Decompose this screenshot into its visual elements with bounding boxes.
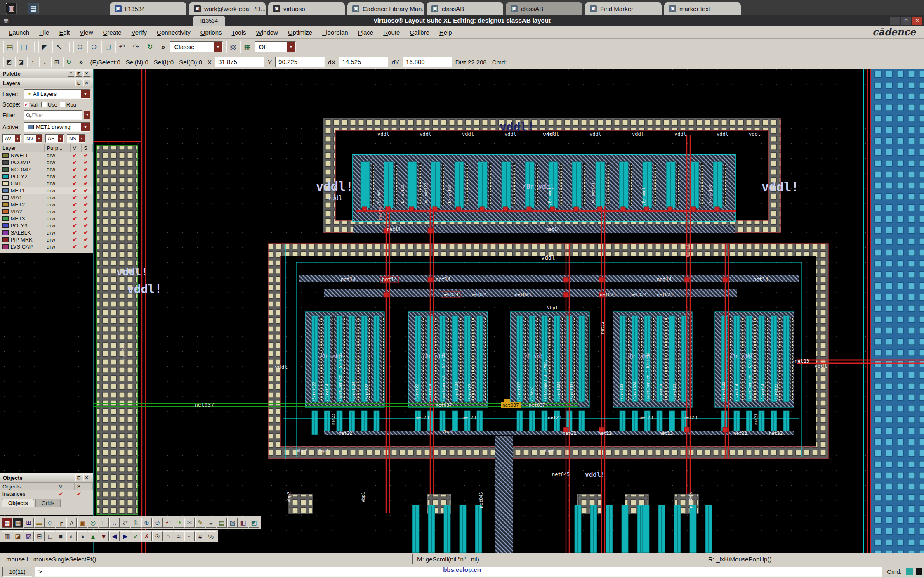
selection-style-dropdown[interactable]: Classic ▼ [170, 41, 223, 52]
layer-selectable-checkbox[interactable]: ✔ [82, 180, 93, 187]
menu-connectivity[interactable]: Connectivity [152, 27, 196, 38]
cut-tool-icon[interactable]: ✂ [184, 518, 195, 528]
row-style-icon[interactable]: ▥ [2, 531, 12, 541]
cursor-icon[interactable]: ◤ [38, 41, 51, 53]
object-visible-checkbox[interactable]: ✔ [57, 490, 75, 497]
via-tool-icon[interactable]: ▣ [77, 518, 87, 528]
layer-visible-checkbox[interactable]: ✔ [71, 180, 82, 187]
menu-tools[interactable]: Tools [227, 27, 251, 38]
menu-window[interactable]: Window [251, 27, 283, 38]
prev-view-icon[interactable]: ↶ [116, 41, 128, 53]
layer-selectable-checkbox[interactable]: ✔ [82, 187, 93, 194]
layer-visible-checkbox[interactable]: ✔ [71, 208, 82, 215]
checkbox-icon[interactable]: ✔ [24, 102, 29, 107]
layer-visible-checkbox[interactable]: ✔ [71, 159, 82, 166]
layer-row-ncomp[interactable]: NCOMPdrw✔✔ [0, 166, 93, 173]
hatch-style-icon[interactable]: ▧ [227, 518, 238, 528]
menu-calibre[interactable]: Calibre [405, 27, 434, 38]
layer-row-via2[interactable]: VIA2drw✔✔ [0, 208, 93, 215]
layer-row-met1[interactable]: MET1drw✔✔ [0, 187, 93, 194]
corner-style-icon[interactable]: ◪ [13, 531, 23, 541]
dy-coordinate-field[interactable]: 16.800 [403, 57, 452, 67]
checkbox-icon[interactable] [41, 102, 47, 107]
close-button[interactable]: ✕ [912, 17, 922, 25]
taskbar-tab-work-work-eda-d[interactable]: ▣work@work-eda:~/D... [189, 2, 266, 15]
chevron-down-icon[interactable]: ▼ [81, 123, 90, 131]
stretch-tool-icon[interactable]: ⇅ [131, 518, 141, 528]
up-arrow-icon[interactable]: ▲ [88, 531, 98, 541]
objects-close-button[interactable]: ✕ [83, 474, 90, 481]
dock-tab-grids[interactable]: Grids [35, 499, 61, 507]
layer-table-header-v[interactable]: V [71, 144, 82, 152]
palette-float-button[interactable]: ◱ [75, 70, 82, 77]
objects-row-instances[interactable]: Instances✔✔ [0, 490, 93, 497]
checkbox-icon[interactable] [60, 102, 65, 107]
layout-drawing[interactable]: vddlvddlvddlvddlvddlvddlvddlvddlvddlvddl… [0, 69, 924, 553]
layer-row-met2[interactable]: MET2drw✔✔ [0, 201, 93, 208]
objects-float-button[interactable]: ◱ [75, 474, 82, 481]
layer-table-header-purp[interactable]: Purp... [45, 144, 71, 152]
menu-verify[interactable]: Verify [127, 27, 152, 38]
window-titlebar[interactable]: ▦ ll13534 Virtuoso® Layout Suite XL Edit… [0, 15, 924, 26]
taskbar-tab-ll13534[interactable]: ▣ll13534 [110, 2, 186, 15]
layer-palette-icon[interactable]: ▦ [2, 518, 12, 528]
menu-help[interactable]: Help [434, 27, 457, 38]
visibility-combo-ns[interactable]: NS▼ [67, 134, 85, 143]
menu-create[interactable]: Create [98, 27, 127, 38]
chevron-down-icon[interactable]: ▼ [15, 135, 20, 142]
palette-close-button[interactable]: ✕ [83, 70, 90, 77]
down-arrow-icon[interactable]: ▼ [99, 531, 109, 541]
cross-icon[interactable]: ✗ [141, 531, 152, 541]
chevron-down-icon[interactable]: ▼ [58, 135, 63, 142]
hier-up-icon[interactable]: ↑ [27, 57, 38, 67]
layer-row-via1[interactable]: VIA1drw✔✔ [0, 194, 93, 201]
instance-tool-icon[interactable]: ⊞ [24, 518, 34, 528]
layer-row-met3[interactable]: MET3drw✔✔ [0, 215, 93, 222]
deselect-mode-icon[interactable]: ◪ [15, 57, 26, 67]
visibility-combo-nv[interactable]: NV▼ [24, 134, 42, 143]
minimize-button[interactable]: — [890, 17, 900, 25]
taskbar-tab-virtuoso[interactable]: ▣virtuoso [268, 2, 345, 15]
layer-selectable-checkbox[interactable]: ✔ [82, 243, 93, 250]
palette-help-button[interactable]: ? [68, 70, 74, 77]
half-moon-left-icon[interactable]: ◐ [66, 531, 77, 541]
desktop-app-icon[interactable]: ▣ [6, 3, 17, 14]
tilde-icon[interactable]: ~ [184, 531, 195, 541]
chevron-down-icon[interactable]: ▼ [214, 42, 222, 52]
layer-row-pcomp[interactable]: PCOMPdrw✔✔ [0, 159, 93, 166]
zoom-in-tool-icon[interactable]: ⊕ [141, 518, 152, 528]
layer-selectable-checkbox[interactable]: ✔ [82, 152, 93, 159]
layer-row-poly3[interactable]: POLY3drw✔✔ [0, 222, 93, 229]
layer-table-header-s[interactable]: S [82, 144, 93, 152]
copy-tool-icon[interactable]: ⇄ [120, 518, 130, 528]
layer-visible-checkbox[interactable]: ✔ [71, 243, 82, 250]
label-tool-icon[interactable]: A [66, 518, 77, 528]
edit-prop-icon[interactable]: ⊞ [51, 57, 62, 67]
fill-style-icon[interactable]: ▤ [217, 518, 227, 528]
layer-row-lvs-cap[interactable]: LVS CAPdrw✔✔ [0, 243, 93, 250]
objects-header-objects[interactable]: Objects [0, 483, 57, 490]
layer-visible-checkbox[interactable]: ✔ [71, 173, 82, 180]
objects-header-v[interactable]: V [57, 483, 75, 490]
zoom-out-icon[interactable]: ⊖ [87, 41, 100, 53]
open-icon[interactable]: ▤ [3, 41, 16, 53]
pin-tool-icon[interactable]: ◎ [88, 518, 98, 528]
layer-selectable-checkbox[interactable]: ✔ [82, 201, 93, 208]
files-app-icon[interactable]: ▤ [28, 3, 39, 14]
chevron-down-icon[interactable]: ▼ [79, 135, 85, 142]
check-icon[interactable]: ✓ [131, 531, 141, 541]
layer-table-header-layer[interactable]: Layer [0, 144, 45, 152]
zoom-in-icon[interactable]: ⊕ [73, 41, 86, 53]
half-left-icon[interactable]: ◧ [238, 518, 248, 528]
undo-tool-icon[interactable]: ↶ [163, 518, 173, 528]
layer-visible-checkbox[interactable]: ✔ [71, 229, 82, 236]
dx-coordinate-field[interactable]: 14.525 [339, 57, 388, 67]
layer-selectable-checkbox[interactable]: ✔ [82, 166, 93, 173]
layer-selectable-checkbox[interactable]: ✔ [82, 159, 93, 166]
taskbar-tab-classab[interactable]: ▣classAB [427, 2, 503, 15]
scope-option-vali[interactable]: ✔Vali [24, 102, 39, 108]
save-icon[interactable]: ◫ [17, 41, 30, 53]
dot-circle-icon[interactable]: ⊙ [152, 531, 163, 541]
move-tool-icon[interactable]: ↔ [109, 518, 120, 528]
layer-visible-checkbox[interactable]: ✔ [71, 201, 82, 208]
